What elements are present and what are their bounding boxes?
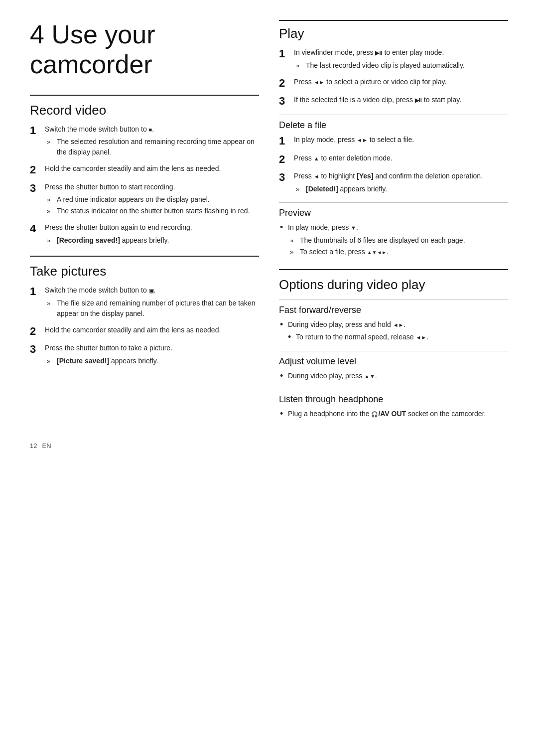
sub-bullet-marker: » <box>47 137 54 147</box>
lr-icon-4: ◄► <box>415 334 426 340</box>
lr-icon-2: ◄► <box>357 137 368 143</box>
bullet-dot: • <box>280 409 285 420</box>
adjust-volume-title: Adjust volume level <box>279 356 508 367</box>
delete-steps: 1 In play mode, press ◄► to select a fil… <box>279 135 508 195</box>
delete-step-1-content: In play mode, press ◄► to select a file. <box>294 135 508 146</box>
camera-mode-icon <box>149 286 154 294</box>
play-step-1-sub: » The last recorded video clip is played… <box>294 60 508 71</box>
play-step-1-content: In viewfinder mode, press ▶II to enter p… <box>294 47 508 72</box>
take-step-1: 1 Switch the mode switch button to . » T… <box>30 285 259 320</box>
play-title: Play <box>279 26 508 41</box>
delete-step-num-1: 1 <box>279 135 290 148</box>
take-step-2: 2 Hold the camcorder steadily and aim th… <box>30 325 259 338</box>
sub-bullet-1: » The selected resolution and remaining … <box>45 137 259 157</box>
chapter-title-text: Use your camcorder <box>30 20 155 79</box>
sub-bullet-text: The status indicator on the shutter butt… <box>57 206 250 216</box>
inner-dot: • <box>288 332 293 343</box>
take-step-1-content: Switch the mode switch button to . » The… <box>45 285 259 320</box>
step-4-content: Press the shutter button again to end re… <box>45 222 259 247</box>
sub-bullet-marker: » <box>47 206 54 216</box>
take-step-3-content: Press the shutter button to take a pictu… <box>45 343 259 367</box>
up-icon: ▲ <box>314 155 319 161</box>
delete-file-title: Delete a file <box>279 120 508 131</box>
fast-forward-bullets: • During video play, press and hold ◄►. … <box>279 319 508 344</box>
sub-bullet-3a: » A red time indicator appears on the di… <box>45 194 259 205</box>
step-num-1: 1 <box>30 124 41 137</box>
sub-bullet-text: The selected resolution and remaining re… <box>57 137 259 157</box>
preview-title: Preview <box>279 208 508 218</box>
step-2-content: Hold the camcorder steadily and aim the … <box>45 163 259 174</box>
fast-forward-inner-1: • To return to the normal speed, release… <box>288 332 428 343</box>
fast-forward-bullet-1: • During video play, press and hold ◄►. … <box>279 319 508 344</box>
video-mode-icon <box>149 125 152 133</box>
sub-bullet-marker: » <box>47 235 54 246</box>
preview-divider <box>279 202 508 203</box>
right-column: Play 1 In viewfinder mode, press ▶II to … <box>279 20 508 422</box>
delete-step-3-text: Press ◄ to highlight [Yes] and confirm t… <box>294 172 483 180</box>
play-step-2: 2 Press ◄► to select a picture or video … <box>279 77 508 90</box>
delete-step-3: 3 Press ◄ to highlight [Yes] and confirm… <box>279 171 508 195</box>
step-1-sub: » The selected resolution and remaining … <box>45 137 259 157</box>
headphone-bullets: • Plug a headphone into the 🎧/AV OUT soc… <box>279 409 508 420</box>
play-step-3-text: If the selected file is a video clip, pr… <box>294 96 461 104</box>
take-pictures-steps: 1 Switch the mode switch button to . » T… <box>30 285 259 367</box>
delete-step-2-text: Press ▲ to enter deletion mode. <box>294 154 393 162</box>
play-steps: 1 In viewfinder mode, press ▶II to enter… <box>279 47 508 108</box>
take-step-3-sub: » [Picture saved!] appears briefly. <box>45 356 259 366</box>
step-3-sub: » A red time indicator appears on the di… <box>45 194 259 216</box>
record-step-3: 3 Press the shutter button to start reco… <box>30 182 259 218</box>
delete-step-num-2: 2 <box>279 153 290 166</box>
record-video-title: Record video <box>30 103 259 118</box>
headphone-icon: 🎧 <box>371 411 378 417</box>
fast-forward-title: Fast forward/reverse <box>279 305 508 315</box>
sub-bullet-marker: » <box>296 60 303 71</box>
page-footer: 12 EN <box>30 442 508 450</box>
page-container: 4 Use your camcorder Record video 1 Swit… <box>30 20 508 450</box>
step-num-2: 2 <box>30 163 41 176</box>
bullet-dot: • <box>280 222 285 233</box>
updown-icon: ▲▼ <box>364 373 375 379</box>
take-pictures-divider <box>30 256 259 257</box>
step-num-3: 3 <box>30 182 41 195</box>
take-step-1-text: Switch the mode switch button to . <box>45 286 155 294</box>
sub-bullet-text: The thumbnails of 6 files are displayed … <box>300 235 465 246</box>
fast-forward-text: During video play, press and hold ◄►. <box>288 320 405 328</box>
sub-bullet-marker: » <box>296 184 303 194</box>
delete-step-num-3: 3 <box>279 171 290 184</box>
take-pictures-title: Take pictures <box>30 264 259 279</box>
preview-bullet-1: • In play mode, press ▼. » The thumbnail… <box>279 222 508 258</box>
sub-bullet-marker: » <box>47 298 54 308</box>
play-step-num-2: 2 <box>279 77 290 90</box>
bullet-dot: • <box>280 371 285 382</box>
chapter-number: 4 <box>30 20 44 49</box>
delete-step-1: 1 In play mode, press ◄► to select a fil… <box>279 135 508 148</box>
take-step-1-sub: » The file size and remaining number of … <box>45 298 259 319</box>
fast-forward-divider <box>279 300 508 300</box>
lr-icon-3: ◄► <box>393 322 404 328</box>
take-step-2-text: Hold the camcorder steadily and aim the … <box>45 326 221 334</box>
preview-bullet-text: In play mode, press ▼. <box>288 223 358 231</box>
sub-bullet-text: [Recording saved!] appears briefly. <box>57 235 169 246</box>
play-step-3-content: If the selected file is a video clip, pr… <box>294 95 508 106</box>
take-sub-1a: » The file size and remaining number of … <box>45 298 259 319</box>
play-step-3: 3 If the selected file is a video clip, … <box>279 95 508 108</box>
page-number: 12 <box>30 442 37 450</box>
step-num-4: 4 <box>30 222 41 235</box>
right-top-divider <box>279 20 508 21</box>
sub-bullet-text: The file size and remaining number of pi… <box>57 298 259 319</box>
bullet-dot: • <box>280 319 285 330</box>
down-icon: ▼ <box>351 225 356 231</box>
volume-bullet-1: • During video play, press ▲▼. <box>279 371 508 382</box>
sub-bullet-text: [Deleted!] appears briefly. <box>306 184 387 194</box>
updownlr-icon: ▲▼◄► <box>367 250 387 255</box>
delete-step-1-text: In play mode, press ◄► to select a file. <box>294 136 414 144</box>
play-step-num-1: 1 <box>279 47 290 60</box>
headphone-bullet-1: • Plug a headphone into the 🎧/AV OUT soc… <box>279 409 508 420</box>
lr-icon: ◄► <box>314 79 325 85</box>
step-1-content: Switch the mode switch button to . » The… <box>45 124 259 159</box>
play-step-2-content: Press ◄► to select a picture or video cl… <box>294 77 508 88</box>
delete-sub-3a: » [Deleted!] appears briefly. <box>294 184 508 194</box>
volume-divider <box>279 351 508 351</box>
play-step-num-3: 3 <box>279 95 290 108</box>
delete-step-2-content: Press ▲ to enter deletion mode. <box>294 153 508 164</box>
